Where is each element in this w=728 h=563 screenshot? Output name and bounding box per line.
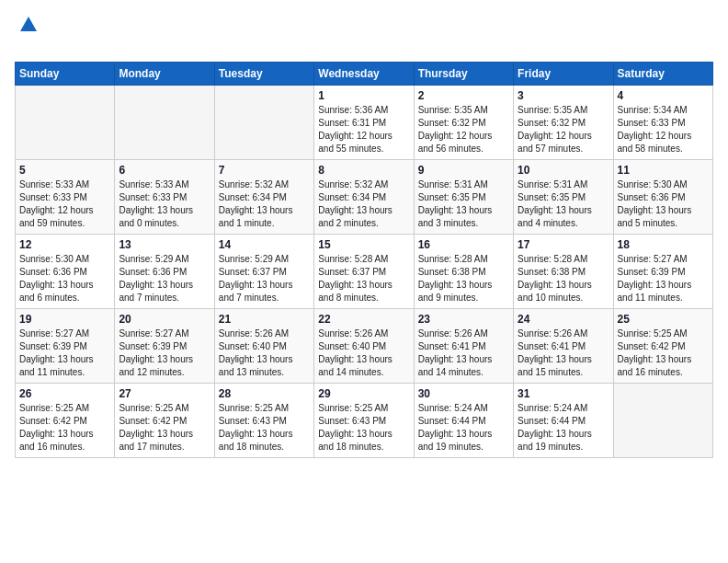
- day-number: 14: [219, 238, 310, 251]
- calendar-cell: 7Sunrise: 5:32 AM Sunset: 6:34 PM Daylig…: [214, 160, 313, 235]
- day-number: 19: [19, 313, 110, 326]
- calendar-cell: 9Sunrise: 5:31 AM Sunset: 6:35 PM Daylig…: [414, 160, 513, 235]
- day-info: Sunrise: 5:28 AM Sunset: 6:38 PM Dayligh…: [518, 253, 609, 304]
- day-number: 12: [19, 238, 110, 251]
- calendar-cell: 10Sunrise: 5:31 AM Sunset: 6:35 PM Dayli…: [514, 160, 613, 235]
- day-info: Sunrise: 5:24 AM Sunset: 6:44 PM Dayligh…: [518, 402, 609, 454]
- calendar-cell: 2Sunrise: 5:35 AM Sunset: 6:32 PM Daylig…: [414, 86, 513, 160]
- calendar-cell: 22Sunrise: 5:26 AM Sunset: 6:40 PM Dayli…: [314, 309, 414, 384]
- calendar-cell: 24Sunrise: 5:26 AM Sunset: 6:41 PM Dayli…: [514, 309, 613, 384]
- day-info: Sunrise: 5:27 AM Sunset: 6:39 PM Dayligh…: [618, 253, 709, 304]
- day-info: Sunrise: 5:36 AM Sunset: 6:31 PM Dayligh…: [318, 104, 409, 155]
- calendar-week-2: 12Sunrise: 5:30 AM Sunset: 6:36 PM Dayli…: [16, 235, 713, 309]
- calendar-cell: 17Sunrise: 5:28 AM Sunset: 6:38 PM Dayli…: [514, 235, 613, 309]
- day-info: Sunrise: 5:31 AM Sunset: 6:35 PM Dayligh…: [518, 178, 609, 230]
- calendar-header-row: SundayMondayTuesdayWednesdayThursdayFrid…: [16, 63, 713, 86]
- calendar-cell: 26Sunrise: 5:25 AM Sunset: 6:42 PM Dayli…: [16, 384, 115, 458]
- calendar-cell: [214, 86, 313, 160]
- day-info: Sunrise: 5:35 AM Sunset: 6:32 PM Dayligh…: [418, 104, 509, 155]
- day-info: Sunrise: 5:31 AM Sunset: 6:35 PM Dayligh…: [418, 178, 509, 230]
- day-number: 4: [618, 89, 709, 102]
- day-info: Sunrise: 5:24 AM Sunset: 6:44 PM Dayligh…: [418, 402, 509, 454]
- day-number: 22: [318, 313, 409, 326]
- calendar-cell: 16Sunrise: 5:28 AM Sunset: 6:38 PM Dayli…: [414, 235, 513, 309]
- calendar-week-3: 19Sunrise: 5:27 AM Sunset: 6:39 PM Dayli…: [16, 309, 713, 384]
- day-info: Sunrise: 5:30 AM Sunset: 6:36 PM Dayligh…: [618, 178, 709, 230]
- calendar-cell: [115, 86, 214, 160]
- calendar-cell: 13Sunrise: 5:29 AM Sunset: 6:36 PM Dayli…: [115, 235, 214, 309]
- calendar-cell: [16, 86, 115, 160]
- day-info: Sunrise: 5:28 AM Sunset: 6:37 PM Dayligh…: [318, 253, 409, 304]
- calendar-cell: [613, 384, 712, 458]
- day-number: 7: [219, 164, 310, 177]
- day-info: Sunrise: 5:32 AM Sunset: 6:34 PM Dayligh…: [318, 178, 409, 230]
- calendar-cell: 6Sunrise: 5:33 AM Sunset: 6:33 PM Daylig…: [115, 160, 214, 235]
- day-number: 21: [219, 313, 310, 326]
- day-number: 17: [518, 238, 609, 251]
- calendar-cell: 15Sunrise: 5:28 AM Sunset: 6:37 PM Dayli…: [314, 235, 414, 309]
- day-info: Sunrise: 5:26 AM Sunset: 6:40 PM Dayligh…: [318, 327, 409, 379]
- day-info: Sunrise: 5:27 AM Sunset: 6:39 PM Dayligh…: [119, 327, 210, 379]
- day-number: 9: [418, 164, 509, 177]
- svg-marker-0: [20, 17, 37, 31]
- day-info: Sunrise: 5:29 AM Sunset: 6:36 PM Dayligh…: [119, 253, 210, 304]
- weekday-header-saturday: Saturday: [613, 63, 712, 86]
- calendar-table: SundayMondayTuesdayWednesdayThursdayFrid…: [15, 62, 713, 458]
- day-number: 8: [318, 164, 409, 177]
- day-number: 30: [418, 387, 509, 400]
- day-number: 11: [618, 164, 709, 177]
- logo-icon: [18, 15, 39, 35]
- day-info: Sunrise: 5:27 AM Sunset: 6:39 PM Dayligh…: [19, 327, 110, 379]
- day-info: Sunrise: 5:26 AM Sunset: 6:41 PM Dayligh…: [418, 327, 509, 379]
- day-info: Sunrise: 5:33 AM Sunset: 6:33 PM Dayligh…: [119, 178, 210, 230]
- weekday-header-thursday: Thursday: [414, 63, 513, 86]
- day-number: 25: [618, 313, 709, 326]
- day-info: Sunrise: 5:35 AM Sunset: 6:32 PM Dayligh…: [518, 104, 609, 155]
- calendar-cell: 30Sunrise: 5:24 AM Sunset: 6:44 PM Dayli…: [414, 384, 513, 458]
- calendar-cell: 4Sunrise: 5:34 AM Sunset: 6:33 PM Daylig…: [613, 86, 712, 160]
- weekday-header-wednesday: Wednesday: [314, 63, 414, 86]
- calendar-cell: 29Sunrise: 5:25 AM Sunset: 6:43 PM Dayli…: [314, 384, 414, 458]
- day-number: 15: [318, 238, 409, 251]
- logo: [15, 15, 39, 54]
- calendar-week-0: 1Sunrise: 5:36 AM Sunset: 6:31 PM Daylig…: [16, 86, 713, 160]
- day-number: 28: [219, 387, 310, 400]
- day-info: Sunrise: 5:25 AM Sunset: 6:43 PM Dayligh…: [219, 402, 310, 454]
- day-number: 27: [119, 387, 210, 400]
- calendar-cell: 21Sunrise: 5:26 AM Sunset: 6:40 PM Dayli…: [214, 309, 313, 384]
- calendar-cell: 3Sunrise: 5:35 AM Sunset: 6:32 PM Daylig…: [514, 86, 613, 160]
- calendar-cell: 5Sunrise: 5:33 AM Sunset: 6:33 PM Daylig…: [16, 160, 115, 235]
- day-info: Sunrise: 5:25 AM Sunset: 6:42 PM Dayligh…: [19, 402, 110, 454]
- day-info: Sunrise: 5:25 AM Sunset: 6:42 PM Dayligh…: [618, 327, 709, 379]
- day-number: 23: [418, 313, 509, 326]
- calendar-cell: 8Sunrise: 5:32 AM Sunset: 6:34 PM Daylig…: [314, 160, 414, 235]
- day-info: Sunrise: 5:26 AM Sunset: 6:41 PM Dayligh…: [518, 327, 609, 379]
- calendar-cell: 11Sunrise: 5:30 AM Sunset: 6:36 PM Dayli…: [613, 160, 712, 235]
- calendar-cell: 14Sunrise: 5:29 AM Sunset: 6:37 PM Dayli…: [214, 235, 313, 309]
- day-info: Sunrise: 5:30 AM Sunset: 6:36 PM Dayligh…: [19, 253, 110, 304]
- day-number: 26: [19, 387, 110, 400]
- day-number: 18: [618, 238, 709, 251]
- calendar-cell: 18Sunrise: 5:27 AM Sunset: 6:39 PM Dayli…: [613, 235, 712, 309]
- day-number: 10: [518, 164, 609, 177]
- day-number: 20: [119, 313, 210, 326]
- day-number: 16: [418, 238, 509, 251]
- day-info: Sunrise: 5:29 AM Sunset: 6:37 PM Dayligh…: [219, 253, 310, 304]
- day-info: Sunrise: 5:25 AM Sunset: 6:43 PM Dayligh…: [318, 402, 409, 454]
- calendar-cell: 31Sunrise: 5:24 AM Sunset: 6:44 PM Dayli…: [514, 384, 613, 458]
- calendar-cell: 19Sunrise: 5:27 AM Sunset: 6:39 PM Dayli…: [16, 309, 115, 384]
- day-number: 24: [518, 313, 609, 326]
- weekday-header-friday: Friday: [514, 63, 613, 86]
- day-number: 1: [318, 89, 409, 102]
- day-number: 5: [19, 164, 110, 177]
- day-number: 6: [119, 164, 210, 177]
- day-number: 13: [119, 238, 210, 251]
- calendar-cell: 28Sunrise: 5:25 AM Sunset: 6:43 PM Dayli…: [214, 384, 313, 458]
- calendar-cell: 23Sunrise: 5:26 AM Sunset: 6:41 PM Dayli…: [414, 309, 513, 384]
- calendar-cell: 25Sunrise: 5:25 AM Sunset: 6:42 PM Dayli…: [613, 309, 712, 384]
- page-header: [15, 15, 713, 54]
- calendar-week-4: 26Sunrise: 5:25 AM Sunset: 6:42 PM Dayli…: [16, 384, 713, 458]
- day-number: 29: [318, 387, 409, 400]
- calendar-cell: 20Sunrise: 5:27 AM Sunset: 6:39 PM Dayli…: [115, 309, 214, 384]
- day-info: Sunrise: 5:33 AM Sunset: 6:33 PM Dayligh…: [19, 178, 110, 230]
